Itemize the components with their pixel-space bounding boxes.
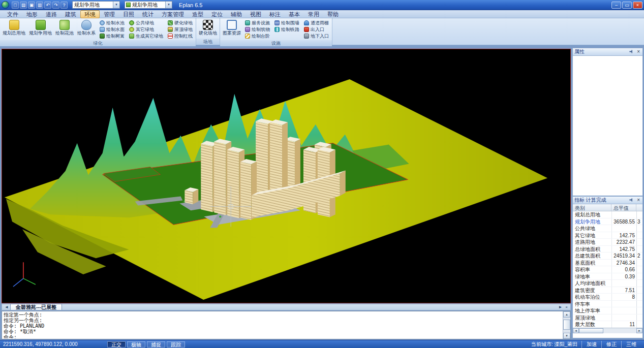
close-icon[interactable]: × — [636, 49, 641, 54]
button-hard-green[interactable]: 硬化绿地 — [166, 20, 194, 26]
status-toggle-捕捉[interactable]: 捕捉 — [147, 341, 165, 347]
open-file-icon[interactable]: ▤ — [20, 2, 27, 9]
status-item-加速[interactable]: 加速 — [581, 341, 601, 348]
save-icon[interactable]: ▣ — [28, 2, 35, 9]
button-hard-ground[interactable]: 硬化场地 — [198, 19, 218, 36]
button-entrance-exit[interactable]: 出入口 — [302, 26, 330, 33]
pin-icon[interactable] — [628, 198, 634, 203]
chevron-down-icon[interactable]: ▼ — [165, 2, 172, 8]
scroll-right-icon[interactable]: ► — [636, 328, 642, 333]
button-public-green[interactable]: 公共绿地 — [128, 20, 165, 26]
indicator-row[interactable]: 停车率 — [573, 301, 642, 308]
indicator-row[interactable]: 地上停车率 — [573, 307, 642, 314]
scroll-left-icon[interactable]: ◄ — [573, 328, 579, 333]
button-fence-wall[interactable]: 绘制围墙 — [273, 20, 301, 26]
menu-item-道路[interactable]: 道路 — [42, 10, 61, 18]
indicator-row[interactable]: 建筑密度7.51 — [573, 287, 642, 294]
tab-scroll-right-icon[interactable]: ► — [557, 304, 564, 310]
menu-item-日照[interactable]: 日照 — [119, 10, 138, 18]
menu-item-统计[interactable]: 统计 — [138, 10, 158, 18]
status-toggle-正交[interactable]: 正交 — [107, 341, 126, 347]
indicator-row[interactable]: 屋顶绿地 — [573, 314, 642, 322]
indicator-row[interactable]: 总建筑面积24519.342 — [573, 252, 642, 260]
button-water-surface[interactable]: 绘制水面 — [98, 26, 126, 33]
scrollbar-thumb[interactable] — [563, 320, 570, 330]
command-window[interactable]: 指定第一个角点:指定另一个角点:命令: PLANLAND命令: *取消*命令: … — [2, 311, 571, 339]
tab-close-icon[interactable]: × — [564, 304, 569, 310]
indicator-row[interactable]: 基底面积2746.34 — [573, 260, 642, 267]
button-hedge[interactable]: 绘制树篱 — [98, 33, 126, 39]
menu-item-管理[interactable]: 管理 — [100, 10, 119, 18]
button-roof-green[interactable]: 屋顶绿地 — [166, 26, 194, 33]
button-pattern-resource[interactable]: 图案资源 — [222, 19, 242, 36]
close-button[interactable]: × — [633, 2, 642, 9]
menu-item-帮助[interactable]: 帮助 — [323, 10, 343, 18]
indicator-row[interactable]: 人均绿地面积 — [573, 280, 642, 287]
help-icon[interactable]: ? — [60, 2, 68, 9]
new-file-icon[interactable]: □ — [12, 2, 19, 9]
document-tab[interactable]: 金碧雅苑---已展整 — [10, 304, 62, 310]
button-canopy[interactable]: 通道雨棚 — [302, 20, 330, 26]
button-service-facility[interactable]: 服务设施 — [243, 20, 271, 26]
vertical-scrollbar[interactable]: ▲ ▼ — [563, 311, 570, 339]
menu-item-视图[interactable]: 视图 — [246, 10, 265, 18]
indicator-row[interactable]: 机动车泊位8 — [573, 294, 642, 301]
button-steps[interactable]: 绘制台阶 — [243, 33, 271, 39]
indicator-row[interactable]: 容积率0.66 — [573, 266, 642, 273]
indicator-row[interactable]: 规划总用地 — [573, 211, 642, 218]
button-railway[interactable]: 绘制铁路 — [273, 26, 301, 33]
menu-item-基本[interactable]: 基本 — [285, 10, 304, 18]
indicator-row[interactable]: 道路用地2232.47 — [573, 239, 642, 246]
indicator-row[interactable]: 绿地率0.39 — [573, 273, 642, 280]
layer-combo[interactable]: 规划争用地 ▼ — [72, 1, 120, 9]
redo-icon[interactable]: ↷ — [52, 2, 59, 9]
menu-item-辅助[interactable]: 辅助 — [227, 10, 246, 18]
horizontal-scrollbar[interactable]: ◄ ► — [573, 328, 642, 333]
maximize-button[interactable]: ▭ — [622, 2, 632, 9]
button-pool[interactable]: 绘制水池 — [98, 20, 126, 26]
pin-icon[interactable] — [628, 49, 634, 55]
status-toggle-极轴[interactable]: 极轴 — [127, 341, 145, 347]
viewport[interactable] — [2, 49, 571, 303]
menu-item-建筑[interactable]: 建筑 — [61, 10, 80, 18]
plot-icon[interactable]: ▥ — [36, 2, 43, 9]
undo-icon[interactable]: ↶ — [44, 2, 51, 9]
menu-item-定位[interactable]: 定位 — [207, 10, 227, 18]
button-flower-bed[interactable]: 绘制花池 — [54, 19, 75, 36]
scroll-up-icon[interactable]: ▲ — [563, 311, 570, 318]
button-underground-entrance[interactable]: 地下入口 — [302, 33, 330, 39]
menu-item-标注[interactable]: 标注 — [265, 10, 285, 18]
ribbon-group: 硬化场地场地 — [196, 18, 220, 45]
button-structure[interactable]: 绘制筑物 — [243, 26, 271, 33]
scrollbar-thumb[interactable] — [579, 328, 603, 333]
indicator-row[interactable]: 总绿地面积142.75 — [573, 246, 642, 253]
button-red-line[interactable]: 控制红线 — [166, 33, 194, 39]
menu-item-环境[interactable]: 环境 — [80, 10, 100, 18]
indicator-row[interactable]: 规划争用地36588.553 — [573, 218, 642, 226]
button-other-green[interactable]: 其它绿地 — [128, 26, 165, 33]
status-item-修正[interactable]: 修正 — [601, 341, 621, 348]
button-gen-other-green[interactable]: 生成其它绿地 — [128, 33, 165, 39]
indicator-row[interactable]: 公共绿地 — [573, 225, 642, 232]
indicator-value: 24519.34 — [611, 252, 636, 259]
command-lines[interactable]: 指定第一个角点:指定另一个角点:命令: PLANLAND命令: *取消*命令: — [4, 312, 561, 338]
menu-item-地形[interactable]: 地形 — [22, 10, 42, 18]
menu-item-文件[interactable]: 文件 — [3, 10, 22, 18]
status-toggle-跟踪[interactable]: 跟踪 — [167, 341, 185, 347]
chevron-down-icon[interactable]: ▼ — [113, 2, 119, 8]
indicator-value: 11 — [611, 321, 636, 328]
minimize-button[interactable]: – — [611, 2, 621, 9]
button-plan-total-land[interactable]: 规划总用地 — [2, 19, 26, 36]
close-icon[interactable]: × — [636, 198, 641, 203]
indicator-row[interactable]: 最大层数11 — [573, 321, 642, 328]
scroll-down-icon[interactable]: ▼ — [563, 333, 570, 339]
menu-item-方案管理[interactable]: 方案管理 — [158, 10, 188, 18]
menu-item-造型[interactable]: 造型 — [188, 10, 207, 18]
button-plan-net-land[interactable]: 规划争用地 — [28, 19, 53, 36]
status-item-三维[interactable]: 三维 — [621, 341, 641, 348]
menu-item-常用[interactable]: 常用 — [304, 10, 323, 18]
indicator-row[interactable]: 其它绿地142.75 — [573, 232, 642, 239]
button-water-system[interactable]: 绘制水系 — [76, 19, 97, 36]
landtype-combo[interactable]: 规划争用地 ▼ — [125, 1, 172, 9]
tab-scroll-left-icon[interactable]: ◄ — [3, 304, 10, 310]
